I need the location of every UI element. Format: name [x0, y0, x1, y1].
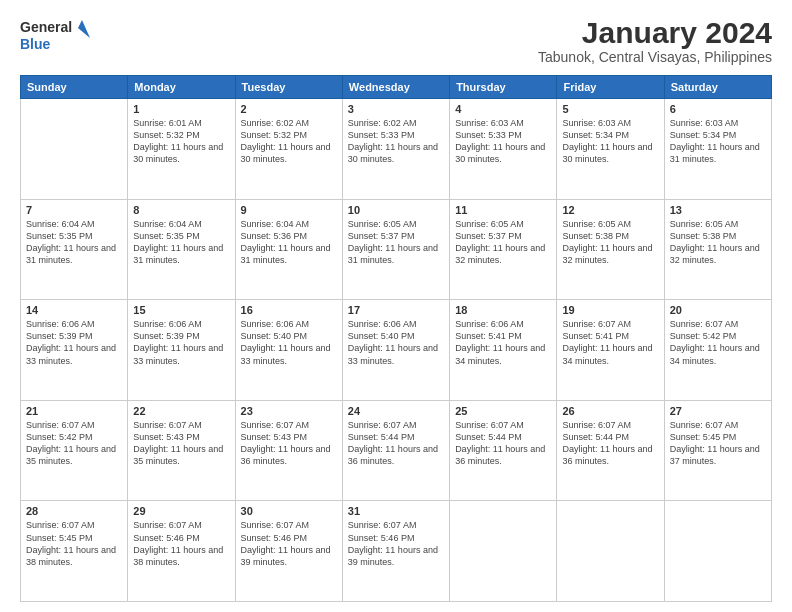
day-info: Sunrise: 6:04 AMSunset: 5:35 PMDaylight:… — [133, 218, 229, 267]
calendar-cell-w5-d6 — [664, 501, 771, 602]
day-number: 26 — [562, 405, 658, 417]
header-sunday: Sunday — [21, 76, 128, 99]
calendar-cell-w2-d5: 12Sunrise: 6:05 AMSunset: 5:38 PMDayligh… — [557, 199, 664, 300]
calendar-table: Sunday Monday Tuesday Wednesday Thursday… — [20, 75, 772, 602]
calendar-cell-w2-d4: 11Sunrise: 6:05 AMSunset: 5:37 PMDayligh… — [450, 199, 557, 300]
calendar-cell-w3-d1: 15Sunrise: 6:06 AMSunset: 5:39 PMDayligh… — [128, 300, 235, 401]
day-number: 28 — [26, 505, 122, 517]
calendar-cell-w5-d0: 28Sunrise: 6:07 AMSunset: 5:45 PMDayligh… — [21, 501, 128, 602]
day-info: Sunrise: 6:04 AMSunset: 5:36 PMDaylight:… — [241, 218, 337, 267]
day-info: Sunrise: 6:05 AMSunset: 5:38 PMDaylight:… — [670, 218, 766, 267]
calendar-cell-w1-d0 — [21, 99, 128, 200]
main-title: January 2024 — [538, 16, 772, 49]
day-number: 31 — [348, 505, 444, 517]
day-info: Sunrise: 6:06 AMSunset: 5:39 PMDaylight:… — [133, 318, 229, 367]
header-saturday: Saturday — [664, 76, 771, 99]
day-number: 27 — [670, 405, 766, 417]
day-number: 10 — [348, 204, 444, 216]
calendar-cell-w2-d6: 13Sunrise: 6:05 AMSunset: 5:38 PMDayligh… — [664, 199, 771, 300]
header-monday: Monday — [128, 76, 235, 99]
day-number: 24 — [348, 405, 444, 417]
day-info: Sunrise: 6:07 AMSunset: 5:46 PMDaylight:… — [133, 519, 229, 568]
day-info: Sunrise: 6:07 AMSunset: 5:45 PMDaylight:… — [670, 419, 766, 468]
day-number: 16 — [241, 304, 337, 316]
calendar-cell-w3-d0: 14Sunrise: 6:06 AMSunset: 5:39 PMDayligh… — [21, 300, 128, 401]
day-number: 21 — [26, 405, 122, 417]
day-info: Sunrise: 6:05 AMSunset: 5:37 PMDaylight:… — [348, 218, 444, 267]
day-info: Sunrise: 6:03 AMSunset: 5:34 PMDaylight:… — [670, 117, 766, 166]
day-info: Sunrise: 6:07 AMSunset: 5:41 PMDaylight:… — [562, 318, 658, 367]
week-row-1: 1Sunrise: 6:01 AMSunset: 5:32 PMDaylight… — [21, 99, 772, 200]
day-info: Sunrise: 6:07 AMSunset: 5:42 PMDaylight:… — [26, 419, 122, 468]
day-info: Sunrise: 6:07 AMSunset: 5:45 PMDaylight:… — [26, 519, 122, 568]
day-number: 8 — [133, 204, 229, 216]
day-info: Sunrise: 6:07 AMSunset: 5:44 PMDaylight:… — [562, 419, 658, 468]
day-info: Sunrise: 6:02 AMSunset: 5:32 PMDaylight:… — [241, 117, 337, 166]
calendar-cell-w2-d0: 7Sunrise: 6:04 AMSunset: 5:35 PMDaylight… — [21, 199, 128, 300]
day-number: 5 — [562, 103, 658, 115]
calendar-cell-w1-d4: 4Sunrise: 6:03 AMSunset: 5:33 PMDaylight… — [450, 99, 557, 200]
day-number: 9 — [241, 204, 337, 216]
day-info: Sunrise: 6:01 AMSunset: 5:32 PMDaylight:… — [133, 117, 229, 166]
calendar-cell-w1-d3: 3Sunrise: 6:02 AMSunset: 5:33 PMDaylight… — [342, 99, 449, 200]
week-row-5: 28Sunrise: 6:07 AMSunset: 5:45 PMDayligh… — [21, 501, 772, 602]
calendar-cell-w4-d2: 23Sunrise: 6:07 AMSunset: 5:43 PMDayligh… — [235, 400, 342, 501]
day-number: 22 — [133, 405, 229, 417]
day-number: 18 — [455, 304, 551, 316]
day-info: Sunrise: 6:07 AMSunset: 5:44 PMDaylight:… — [348, 419, 444, 468]
day-info: Sunrise: 6:02 AMSunset: 5:33 PMDaylight:… — [348, 117, 444, 166]
day-info: Sunrise: 6:06 AMSunset: 5:41 PMDaylight:… — [455, 318, 551, 367]
day-info: Sunrise: 6:03 AMSunset: 5:33 PMDaylight:… — [455, 117, 551, 166]
calendar-cell-w2-d3: 10Sunrise: 6:05 AMSunset: 5:37 PMDayligh… — [342, 199, 449, 300]
page: General Blue January 2024 Tabunok, Centr… — [0, 0, 792, 612]
day-number: 19 — [562, 304, 658, 316]
day-number: 11 — [455, 204, 551, 216]
calendar-cell-w4-d6: 27Sunrise: 6:07 AMSunset: 5:45 PMDayligh… — [664, 400, 771, 501]
day-info: Sunrise: 6:06 AMSunset: 5:40 PMDaylight:… — [348, 318, 444, 367]
calendar-cell-w1-d1: 1Sunrise: 6:01 AMSunset: 5:32 PMDaylight… — [128, 99, 235, 200]
calendar-cell-w5-d5 — [557, 501, 664, 602]
calendar-cell-w4-d1: 22Sunrise: 6:07 AMSunset: 5:43 PMDayligh… — [128, 400, 235, 501]
logo-svg: General Blue — [20, 16, 90, 56]
calendar-cell-w2-d2: 9Sunrise: 6:04 AMSunset: 5:36 PMDaylight… — [235, 199, 342, 300]
day-info: Sunrise: 6:06 AMSunset: 5:40 PMDaylight:… — [241, 318, 337, 367]
calendar-cell-w5-d4 — [450, 501, 557, 602]
day-info: Sunrise: 6:06 AMSunset: 5:39 PMDaylight:… — [26, 318, 122, 367]
day-number: 3 — [348, 103, 444, 115]
calendar-cell-w5-d3: 31Sunrise: 6:07 AMSunset: 5:46 PMDayligh… — [342, 501, 449, 602]
week-row-2: 7Sunrise: 6:04 AMSunset: 5:35 PMDaylight… — [21, 199, 772, 300]
day-number: 1 — [133, 103, 229, 115]
day-info: Sunrise: 6:07 AMSunset: 5:44 PMDaylight:… — [455, 419, 551, 468]
calendar-cell-w2-d1: 8Sunrise: 6:04 AMSunset: 5:35 PMDaylight… — [128, 199, 235, 300]
calendar-cell-w3-d2: 16Sunrise: 6:06 AMSunset: 5:40 PMDayligh… — [235, 300, 342, 401]
svg-text:General: General — [20, 19, 72, 35]
calendar-cell-w4-d0: 21Sunrise: 6:07 AMSunset: 5:42 PMDayligh… — [21, 400, 128, 501]
day-number: 4 — [455, 103, 551, 115]
day-info: Sunrise: 6:07 AMSunset: 5:46 PMDaylight:… — [241, 519, 337, 568]
day-info: Sunrise: 6:07 AMSunset: 5:43 PMDaylight:… — [241, 419, 337, 468]
title-block: January 2024 Tabunok, Central Visayas, P… — [538, 16, 772, 65]
day-number: 29 — [133, 505, 229, 517]
calendar-cell-w5-d2: 30Sunrise: 6:07 AMSunset: 5:46 PMDayligh… — [235, 501, 342, 602]
header-thursday: Thursday — [450, 76, 557, 99]
day-number: 15 — [133, 304, 229, 316]
day-number: 25 — [455, 405, 551, 417]
calendar-cell-w3-d5: 19Sunrise: 6:07 AMSunset: 5:41 PMDayligh… — [557, 300, 664, 401]
week-row-3: 14Sunrise: 6:06 AMSunset: 5:39 PMDayligh… — [21, 300, 772, 401]
day-number: 23 — [241, 405, 337, 417]
day-info: Sunrise: 6:03 AMSunset: 5:34 PMDaylight:… — [562, 117, 658, 166]
day-info: Sunrise: 6:07 AMSunset: 5:42 PMDaylight:… — [670, 318, 766, 367]
day-info: Sunrise: 6:07 AMSunset: 5:46 PMDaylight:… — [348, 519, 444, 568]
day-number: 12 — [562, 204, 658, 216]
header-tuesday: Tuesday — [235, 76, 342, 99]
calendar-cell-w4-d4: 25Sunrise: 6:07 AMSunset: 5:44 PMDayligh… — [450, 400, 557, 501]
day-info: Sunrise: 6:04 AMSunset: 5:35 PMDaylight:… — [26, 218, 122, 267]
day-number: 2 — [241, 103, 337, 115]
calendar-cell-w5-d1: 29Sunrise: 6:07 AMSunset: 5:46 PMDayligh… — [128, 501, 235, 602]
day-number: 17 — [348, 304, 444, 316]
calendar-cell-w3-d3: 17Sunrise: 6:06 AMSunset: 5:40 PMDayligh… — [342, 300, 449, 401]
calendar-cell-w4-d3: 24Sunrise: 6:07 AMSunset: 5:44 PMDayligh… — [342, 400, 449, 501]
calendar-cell-w1-d6: 6Sunrise: 6:03 AMSunset: 5:34 PMDaylight… — [664, 99, 771, 200]
day-number: 7 — [26, 204, 122, 216]
day-info: Sunrise: 6:07 AMSunset: 5:43 PMDaylight:… — [133, 419, 229, 468]
